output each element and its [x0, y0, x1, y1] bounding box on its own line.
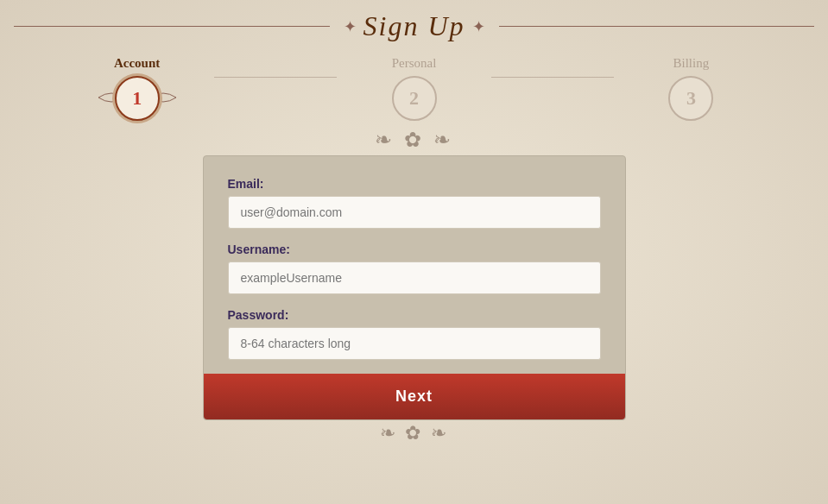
- submit-container: Next: [204, 374, 625, 419]
- step-billing-label: Billing: [673, 56, 710, 71]
- signup-form: Email: Username: Password: Next: [203, 155, 626, 420]
- step-account-label: Account: [114, 56, 160, 71]
- page-title: Sign Up: [357, 10, 472, 42]
- step-account-circle: 1: [115, 76, 160, 121]
- username-group: Username:: [228, 243, 601, 294]
- step-billing-circle: 3: [668, 76, 713, 121]
- header-line-left: [14, 26, 330, 27]
- step-personal-circle: 2: [392, 76, 437, 121]
- steps-connector-1: [214, 77, 338, 78]
- email-group: Email:: [228, 177, 601, 229]
- step-billing: Billing 3: [614, 56, 768, 121]
- password-input[interactable]: [228, 327, 601, 360]
- steps-connector-2: [491, 77, 615, 78]
- form-ornament-bottom: ❧ ✿ ❧: [380, 422, 449, 444]
- header-ornament-left: ✦: [344, 17, 357, 36]
- form-ornament-top: ❧ ✿ ❧: [375, 128, 454, 152]
- password-label: Password:: [228, 308, 601, 322]
- steps-container: Account 1 Personal 2: [26, 56, 803, 121]
- username-label: Username:: [228, 243, 601, 256]
- password-group: Password:: [228, 308, 601, 360]
- step-personal-label: Personal: [392, 56, 437, 71]
- username-input[interactable]: [228, 261, 601, 294]
- email-label: Email:: [228, 177, 601, 191]
- header-ornament-right: ✦: [472, 17, 485, 36]
- header-line-right: [499, 26, 815, 27]
- email-input[interactable]: [228, 196, 601, 229]
- step-account: Account 1: [60, 56, 214, 121]
- page-header: ✦ Sign Up ✦: [0, 0, 828, 49]
- step-personal: Personal 2: [337, 56, 490, 121]
- next-button[interactable]: Next: [204, 374, 625, 419]
